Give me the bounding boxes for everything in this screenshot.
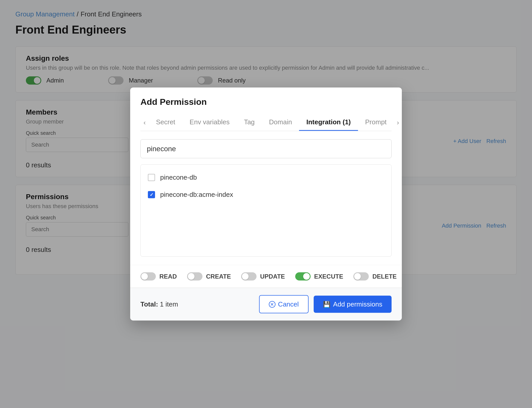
read-toggle-item: READ (140, 272, 177, 281)
cancel-icon: ✕ (269, 301, 275, 308)
total-text: Total: 1 item (140, 300, 178, 308)
permission-toggles: READ CREATE UPDATE EXECUTE DELETE (130, 265, 402, 288)
list-item: pinecone-db (141, 169, 391, 186)
execute-toggle-item: EXECUTE (295, 272, 343, 281)
item-checkbox-pinecone-db[interactable] (148, 174, 155, 181)
delete-toggle[interactable] (353, 272, 369, 281)
tab-env-variables[interactable]: Env variables (182, 114, 237, 131)
delete-label: DELETE (372, 273, 397, 280)
tab-tag[interactable]: Tag (237, 114, 262, 131)
add-permission-modal: Add Permission ‹ Secret Env variables Ta… (130, 88, 402, 321)
item-label-pinecone-db-acme: pinecone-db:acme-index (160, 191, 233, 199)
modal-body: pinecone-db pinecone-db:acme-index (130, 131, 402, 265)
execute-label: EXECUTE (314, 273, 343, 280)
total-value: 1 item (160, 300, 178, 308)
create-label: CREATE (206, 273, 231, 280)
modal-footer: Total: 1 item ✕ Cancel 💾 Add permissions (130, 288, 402, 321)
items-list: pinecone-db pinecone-db:acme-index (140, 165, 392, 257)
item-checkbox-pinecone-db-acme[interactable] (148, 191, 155, 198)
save-icon: 💾 (323, 301, 331, 308)
tab-secret[interactable]: Secret (149, 114, 182, 131)
modal-title: Add Permission (140, 97, 392, 107)
cancel-label: Cancel (278, 300, 299, 308)
list-item: pinecone-db:acme-index (141, 186, 391, 203)
tab-domain[interactable]: Domain (262, 114, 299, 131)
create-toggle[interactable] (187, 272, 202, 281)
read-toggle[interactable] (140, 272, 156, 281)
cancel-button[interactable]: ✕ Cancel (259, 295, 309, 313)
modal-search-input[interactable] (147, 145, 385, 153)
tab-prompt[interactable]: Prompt (358, 114, 394, 131)
tabs-next-button[interactable]: › (394, 116, 402, 129)
delete-toggle-item: DELETE (353, 272, 397, 281)
item-label-pinecone-db: pinecone-db (160, 174, 197, 181)
update-toggle-item: UPDATE (241, 272, 285, 281)
update-label: UPDATE (260, 273, 285, 280)
read-label: READ (159, 273, 177, 280)
modal-header: Add Permission ‹ Secret Env variables Ta… (130, 88, 402, 131)
modal-tabs: ‹ Secret Env variables Tag Domain Integr… (140, 114, 392, 131)
create-toggle-item: CREATE (187, 272, 231, 281)
total-label: Total: (140, 300, 158, 308)
update-toggle[interactable] (241, 272, 257, 281)
modal-search-wrap (140, 139, 392, 158)
tab-integration[interactable]: Integration (1) (299, 114, 358, 131)
tabs-prev-button[interactable]: ‹ (140, 116, 149, 129)
add-permissions-label: Add permissions (333, 300, 382, 308)
execute-toggle[interactable] (295, 272, 311, 281)
add-permissions-button[interactable]: 💾 Add permissions (314, 296, 392, 313)
